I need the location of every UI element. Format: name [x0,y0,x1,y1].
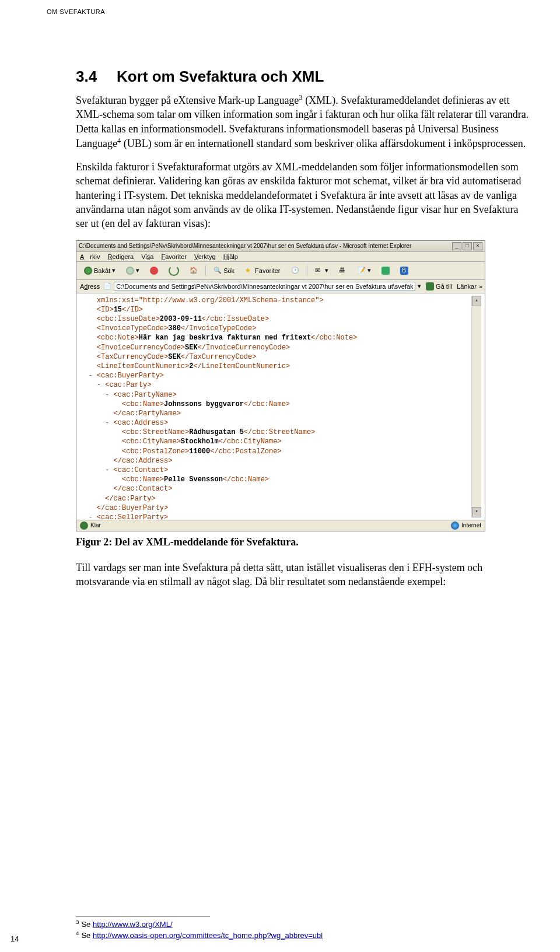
home-icon: 🏠 [190,267,198,275]
xml-address-close: </cac:Address> [114,457,173,465]
browser-titlebar: C:\Documents and Settings\PeNv\Skrivbord… [76,241,485,252]
paragraph-1: Svefakturan bygger på eXtensive Mark-up … [76,93,531,150]
xml-contact-name-val: Pelle Svensson [164,475,223,484]
links-chevron[interactable]: » [479,283,482,290]
forward-icon [126,267,134,275]
xml-contact-name-close: </cbc:Name> [223,475,269,484]
messenger-button[interactable] [377,265,394,276]
menu-favoriter[interactable]: Favoriter [162,253,187,260]
menu-visa[interactable]: Visa [141,253,153,260]
figure-caption: Figur 2: Del av XML-meddelande för Svefa… [76,535,531,549]
address-input[interactable] [114,282,415,291]
browser-menubar: Arkiv Redigera Visa Favoriter Verktyg Hj… [76,252,485,262]
maximize-button[interactable]: □ [463,242,472,250]
xml-partyname-close: </cac:PartyName> [114,410,181,418]
window-title: C:\Documents and Settings\PeNv\Skrivbord… [79,243,411,249]
print-button[interactable]: 🖶 [335,265,351,276]
footnote-4-link[interactable]: http://www.oasis-open.org/committees/tc_… [93,931,323,940]
search-icon: 🔍 [214,267,222,275]
edit-icon: 📝 [358,267,366,275]
footnotes: 3Se http://www.w3.org/XML/ 4Se http://ww… [76,919,531,940]
history-icon: 🕑 [291,267,299,275]
star-icon: ★ [245,267,253,275]
favorites-label: Favoriter [255,267,280,274]
home-button[interactable]: 🏠 [186,265,202,276]
xml-content: xmlns:xsi="http://www.w3.org/2001/XMLSch… [80,296,471,517]
xml-name-open: <cbc:Name> [122,400,164,408]
footnote-3-link[interactable]: http://www.w3.org/XML/ [93,920,173,929]
file-icon: 📄 [103,282,111,290]
section-title-text: Kort om Svefaktura och XML [117,68,324,85]
forward-button[interactable]: ▾ [122,265,144,276]
xml-note-val: Här kan jag beskriva fakturan med fritex… [139,334,311,342]
xml-lines-close: </LineItemCountNumeric> [193,362,290,370]
xml-street-val: Rådhusgatan 5 [189,428,244,436]
footnote-3: 3Se http://www.w3.org/XML/ [76,919,531,929]
toolbar-separator-2 [307,265,307,276]
links-label[interactable]: Länkar [457,283,477,290]
status-zone: Internet [461,522,481,528]
window-buttons: _ □ × [452,242,482,250]
xml-lines-open: <LineItemCountNumeric> [97,362,189,370]
xml-contact-close: </cac:Contact> [114,485,173,493]
stop-button[interactable] [146,265,162,276]
internet-icon [451,522,459,530]
xml-street-open: <cbc:StreetName> [122,428,189,436]
search-label: Sök [223,267,235,274]
xml-name-close: </cbc:Name> [244,400,290,408]
xml-curr-open: <InvoiceCurrencyCode> [97,344,185,352]
xml-contact-name-open: <cbc:Name> [122,475,164,484]
xml-note-close: </cbc:Note> [311,334,357,342]
footnote-3-prefix: Se [81,920,93,929]
xml-type-val: 380 [168,324,181,332]
bluetooth-icon: B [400,267,408,275]
xml-type-close: </InvoiceTypeCode> [181,324,257,332]
document-page: OM SVEFAKTURA 3.4Kort om Svefaktura och … [0,0,560,952]
xml-street-close: </cbc:StreetName> [244,428,315,436]
browser-window: C:\Documents and Settings\PeNv\Skrivbord… [76,240,485,531]
xml-curr-close: </InvoiceCurrencyCode> [198,344,290,352]
go-button[interactable]: Gå till [424,282,454,291]
xml-postal-close: </cbc:PostalZone> [210,447,281,456]
xml-postal-val: 11000 [189,447,210,456]
menu-redigera[interactable]: Redigera [108,253,134,260]
edit-button[interactable]: 📝▾ [354,265,375,276]
history-button[interactable]: 🕑 [287,265,303,276]
running-head: OM SVEFAKTURA [47,8,531,15]
browser-toolbar: Bakåt ▾ ▾ 🏠 🔍Sök ★Favoriter 🕑 ✉▾ 🖶 📝▾ B [76,262,485,280]
xml-taxcurr-open: <TaxCurrencyCode> [97,353,168,361]
address-dropdown[interactable]: ▾ [418,282,421,290]
xml-postal-open: <cbc:PostalZone> [122,447,189,456]
minimize-button[interactable]: _ [452,242,461,250]
menu-verktyg[interactable]: Verktyg [194,253,216,260]
xml-taxcurr-val: SEK [168,353,181,361]
xml-date-open: <cbc:IssueDate> [97,315,160,323]
mail-button[interactable]: ✉▾ [311,265,332,276]
scroll-track[interactable] [472,306,481,507]
refresh-icon [169,265,179,276]
scroll-down-button[interactable]: ▾ [472,507,481,517]
go-label: Gå till [436,283,452,290]
favorites-button[interactable]: ★Favoriter [241,265,284,276]
back-button[interactable]: Bakåt ▾ [80,265,120,276]
xml-city-val: Stockholm [181,438,219,446]
search-button[interactable]: 🔍Sök [209,265,239,276]
xml-buyerparty-close: </cac:BuyerParty> [97,504,168,512]
menu-arkiv[interactable]: Arkiv [80,253,100,260]
scroll-up-button[interactable]: ▴ [472,296,481,306]
paragraph-2: Enskilda fakturor i Svefakturaformat utg… [76,160,531,230]
extra-button[interactable]: B [396,265,412,276]
menu-hjalp[interactable]: Hjälp [223,253,238,260]
close-button[interactable]: × [473,242,482,250]
xml-party: <cac:Party> [105,381,151,389]
refresh-button[interactable] [164,264,183,278]
p1-part-a: Svefakturan bygger på eXtensive Mark-up … [76,94,299,106]
footnote-separator [76,916,210,916]
p1-part-c: (UBL) som är en internationell standard … [121,138,526,149]
section-number: 3.4 [76,68,117,86]
xml-party-close: </cac:Party> [105,495,155,503]
mail-icon: ✉ [315,267,323,275]
back-label: Bakåt [94,267,110,274]
vertical-scrollbar[interactable]: ▴ ▾ [471,296,481,517]
xml-date-close: </cbc:IssueDate> [202,315,269,323]
